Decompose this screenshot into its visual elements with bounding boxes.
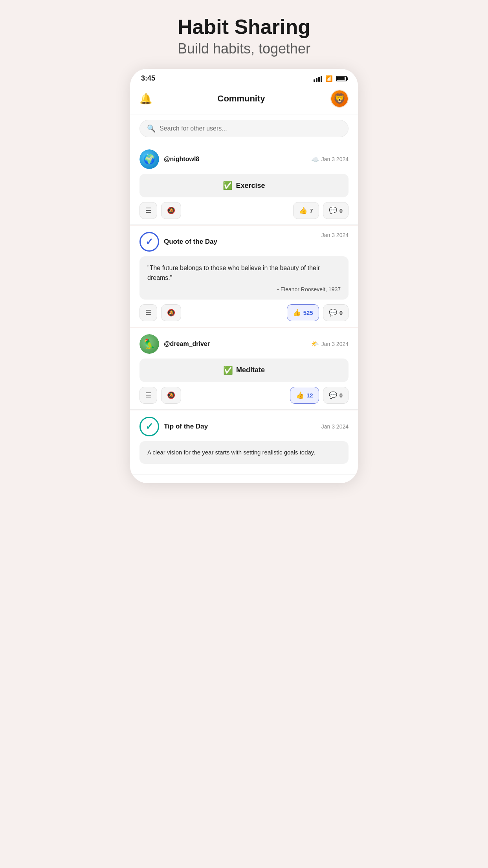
post-content: A clear vision for the year starts with … bbox=[139, 441, 349, 464]
tip-text: A clear vision for the year starts with … bbox=[147, 448, 341, 457]
bell-mute-icon: 🔕 bbox=[167, 206, 175, 215]
comment-button[interactable]: 💬 0 bbox=[323, 387, 349, 404]
avatar-lion[interactable]: 🦁 bbox=[330, 90, 349, 108]
app-header-title: Community bbox=[218, 94, 265, 104]
post-title: Tip of the Day bbox=[164, 423, 208, 430]
search-input[interactable] bbox=[160, 125, 341, 132]
quote-text: "The future belongs to those who believe… bbox=[147, 263, 341, 283]
thumbs-up-icon: 👍 bbox=[299, 206, 307, 215]
bell-mute-icon: 🔕 bbox=[167, 309, 175, 317]
post-date: ☁️ Jan 3 2024 bbox=[311, 156, 349, 163]
post-content: ✅ Exercise bbox=[139, 174, 349, 197]
check-icon: ✅ bbox=[223, 181, 233, 190]
check-purple-icon: ✅ bbox=[223, 366, 233, 375]
avatar[interactable]: 🌍 bbox=[139, 149, 159, 169]
status-bar: 3:45 📶 bbox=[130, 69, 358, 85]
post-actions: ☰ 🔕 👍 7 💬 0 bbox=[139, 202, 349, 219]
username: @nightowl8 bbox=[164, 156, 199, 163]
menu-button[interactable]: ☰ bbox=[139, 304, 157, 321]
check-circle-icon: ✓ bbox=[139, 232, 159, 252]
page-header: Habit Sharing Build habits, together bbox=[178, 16, 310, 57]
post-actions: ☰ 🔕 👍 525 💬 0 bbox=[139, 304, 349, 321]
mute-button[interactable]: 🔕 bbox=[161, 387, 181, 404]
menu-icon: ☰ bbox=[145, 206, 151, 215]
menu-icon: ☰ bbox=[145, 391, 151, 399]
post-header: 🦜 @dream_driver 🌤️ Jan 3 2024 bbox=[139, 334, 349, 354]
post-date: 🌤️ Jan 3 2024 bbox=[311, 340, 349, 348]
post-card: 🦜 @dream_driver 🌤️ Jan 3 2024 ✅ Meditate… bbox=[130, 328, 358, 410]
thumbs-up-icon: 👍 bbox=[293, 309, 301, 317]
like-button[interactable]: 👍 12 bbox=[290, 387, 319, 404]
post-user-info: 🦜 @dream_driver bbox=[139, 334, 210, 354]
like-button[interactable]: 👍 7 bbox=[293, 202, 319, 219]
page-title: Habit Sharing bbox=[178, 16, 310, 38]
status-time: 3:45 bbox=[141, 74, 155, 83]
wifi-icon: 📶 bbox=[325, 75, 333, 82]
search-bar[interactable]: 🔍 bbox=[139, 120, 349, 137]
post-title: Quote of the Day bbox=[164, 238, 217, 246]
check-circle-teal-icon: ✓ bbox=[139, 417, 159, 436]
post-card-quote: ✓ Quote of the Day Jan 3 2024 "The futur… bbox=[130, 226, 358, 327]
battery-icon bbox=[336, 76, 347, 81]
username: @dream_driver bbox=[164, 340, 210, 348]
thumbs-up-icon: 👍 bbox=[296, 391, 304, 399]
habit-label: ✅ Exercise bbox=[147, 181, 341, 190]
menu-button[interactable]: ☰ bbox=[139, 202, 157, 219]
menu-button[interactable]: ☰ bbox=[139, 387, 157, 404]
post-user-info: 🌍 @nightowl8 bbox=[139, 149, 199, 169]
page-subtitle: Build habits, together bbox=[178, 40, 310, 57]
sun-icon: 🌤️ bbox=[311, 340, 319, 348]
menu-icon: ☰ bbox=[145, 309, 151, 317]
post-date: Jan 3 2024 bbox=[321, 232, 349, 238]
comment-button[interactable]: 💬 0 bbox=[323, 202, 349, 219]
comment-icon: 💬 bbox=[329, 391, 337, 399]
post-header: 🌍 @nightowl8 ☁️ Jan 3 2024 bbox=[139, 149, 349, 169]
post-header: ✓ Quote of the Day Jan 3 2024 bbox=[139, 232, 349, 252]
comment-button[interactable]: 💬 0 bbox=[323, 304, 349, 321]
quote-author: - Eleanor Roosevelt, 1937 bbox=[147, 286, 341, 292]
post-content: ✅ Meditate bbox=[139, 359, 349, 382]
post-user-info: ✓ Quote of the Day bbox=[139, 232, 217, 252]
search-icon: 🔍 bbox=[147, 124, 156, 133]
mute-button[interactable]: 🔕 bbox=[161, 202, 181, 219]
feed: 🌍 @nightowl8 ☁️ Jan 3 2024 ✅ Exercise ☰ bbox=[130, 143, 358, 474]
status-icons: 📶 bbox=[314, 75, 347, 82]
post-header: ✓ Tip of the Day Jan 3 2024 bbox=[139, 417, 349, 436]
habit-label: ✅ Meditate bbox=[147, 366, 341, 375]
post-actions: ☰ 🔕 👍 12 💬 0 bbox=[139, 387, 349, 404]
post-card-tip: ✓ Tip of the Day Jan 3 2024 A clear visi… bbox=[130, 410, 358, 475]
post-content: "The future belongs to those who believe… bbox=[139, 256, 349, 300]
bell-icon[interactable]: 🔔 bbox=[139, 93, 152, 105]
cloud-icon: ☁️ bbox=[311, 156, 319, 163]
avatar[interactable]: 🦜 bbox=[139, 334, 159, 354]
like-button[interactable]: 👍 525 bbox=[287, 304, 319, 321]
signal-icon bbox=[314, 75, 322, 82]
bell-mute-icon: 🔕 bbox=[167, 391, 175, 399]
app-header: 🔔 Community 🦁 bbox=[130, 85, 358, 114]
search-container: 🔍 bbox=[130, 114, 358, 143]
comment-icon: 💬 bbox=[329, 206, 337, 215]
post-user-info: ✓ Tip of the Day bbox=[139, 417, 208, 436]
mute-button[interactable]: 🔕 bbox=[161, 304, 181, 321]
post-date: Jan 3 2024 bbox=[321, 423, 349, 430]
comment-icon: 💬 bbox=[329, 309, 337, 317]
post-card: 🌍 @nightowl8 ☁️ Jan 3 2024 ✅ Exercise ☰ bbox=[130, 143, 358, 225]
phone-frame: 3:45 📶 🔔 Community 🦁 🔍 bbox=[130, 69, 358, 483]
